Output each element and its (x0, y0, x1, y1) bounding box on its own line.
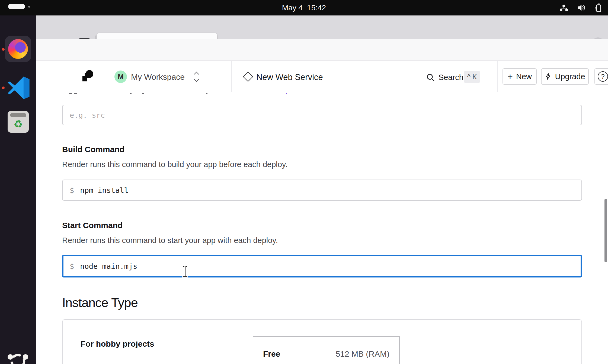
shell-prompt: $ (70, 262, 74, 270)
clock-date: May 4 (282, 4, 303, 12)
firefox-icon (8, 39, 28, 59)
start-command-heading: Start Command (62, 221, 123, 230)
start-command-field[interactable]: $ node main.mjs (62, 255, 582, 277)
start-command-description: Render runs this command to start your a… (62, 236, 278, 245)
vscode-running-dot (2, 87, 5, 89)
clipped-text-fragment (69, 93, 72, 94)
header-divider (231, 61, 232, 92)
clipped-text-fragment (74, 93, 77, 94)
instance-type-heading: Instance Type (62, 295, 138, 310)
vscode-icon (6, 76, 30, 100)
workspace-switcher-chevrons-icon[interactable] (195, 72, 198, 81)
upgrade-button[interactable]: Upgrade (541, 68, 589, 85)
workspace-name[interactable]: My Workspace (131, 72, 185, 82)
build-command-value: npm install (80, 186, 129, 194)
clock-time: 15:42 (307, 4, 326, 12)
network-icon[interactable] (560, 4, 568, 11)
lightning-icon (545, 72, 552, 81)
clipped-text-fragment (206, 93, 207, 94)
upgrade-button-label: Upgrade (555, 72, 585, 81)
clipped-link-fragment (286, 93, 287, 94)
plan-ram: 512 MB (RAM) (336, 349, 389, 359)
browser-tab-bar: New Web Service • Render × + – × (36, 15, 608, 39)
new-button-label: New (516, 72, 532, 81)
dock-item-firefox[interactable] (5, 36, 31, 62)
system-top-bar: May 4 15:42 (0, 0, 608, 15)
system-tray[interactable] (560, 0, 601, 15)
scrollbar-thumb[interactable] (604, 199, 607, 262)
build-command-description: Render runs this command to build your a… (62, 160, 287, 169)
dock-item-ubuntu-apps[interactable] (7, 350, 29, 364)
page-content: Build Command Render runs this command t… (36, 92, 608, 364)
plan-name: Free (263, 349, 280, 359)
page-title: New Web Service (256, 72, 323, 82)
battery-icon[interactable] (594, 3, 601, 12)
shell-prompt: $ (70, 186, 74, 194)
recycle-icon: ♻ (8, 116, 29, 132)
root-directory-input[interactable] (70, 111, 574, 119)
ubuntu-dock: ♻ (0, 15, 36, 364)
help-icon: ? (598, 71, 608, 82)
root-directory-field[interactable] (62, 105, 582, 125)
text-cursor (182, 266, 188, 277)
system-clock[interactable]: May 4 15:42 (0, 0, 608, 15)
start-command-value: node main.mjs (80, 262, 137, 270)
free-plan-option[interactable]: Free 512 MB (RAM) (253, 336, 400, 364)
build-command-heading: Build Command (62, 145, 124, 154)
new-button[interactable]: + New (503, 68, 537, 85)
instance-category-label: For hobby projects (81, 339, 154, 349)
ubuntu-logo-icon (7, 350, 29, 364)
render-header: M My Workspace New Web Service Search ^ … (36, 61, 608, 92)
help-button[interactable]: ? (594, 68, 608, 85)
search-shortcut-badge: ^ K (464, 71, 480, 83)
dock-item-trash[interactable]: ♻ (8, 111, 29, 133)
instance-type-card: For hobby projects Free 512 MB (RAM) (62, 319, 582, 364)
render-logo[interactable] (82, 69, 94, 84)
header-divider (105, 61, 105, 92)
clipped-text-fragment (130, 93, 132, 94)
search-icon[interactable] (426, 73, 435, 83)
search-label[interactable]: Search (439, 73, 463, 82)
dock-item-vscode[interactable] (6, 76, 30, 100)
browser-nav-bar: ← → (36, 39, 608, 61)
header-divider (497, 61, 498, 92)
volume-icon[interactable] (577, 4, 585, 11)
clipped-text-fragment (142, 93, 144, 94)
workspace-avatar[interactable]: M (114, 71, 127, 83)
workspace-initial: M (118, 73, 124, 81)
firefox-running-dot (2, 48, 5, 51)
service-diamond-icon (243, 71, 253, 82)
build-command-field[interactable]: $ npm install (62, 180, 582, 201)
